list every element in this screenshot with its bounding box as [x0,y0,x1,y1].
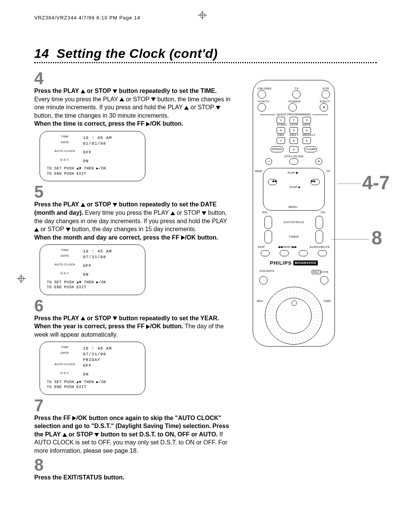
still-button [289,158,298,165]
ch-rocker [315,216,323,229]
up-arrow-icon [119,97,124,101]
vcrtv-button [258,103,266,112]
right-arrow-icon [146,324,150,329]
up-arrow-icon [170,211,175,215]
timer-label: TIMER [272,235,315,238]
callout-line [337,184,361,184]
plus-button: + [315,158,322,165]
down-arrow-icon [66,228,70,232]
exit-status-label: EXIT/STATUS [272,221,315,224]
up-arrow-icon [81,89,85,93]
right-arrow-icon [72,416,76,420]
num-8-button: 8 [290,137,298,144]
step-number-8: 8 [34,457,232,473]
ch-rocker-2 [315,230,323,243]
page-title: 14 Setting the Clock (cont'd) [34,47,377,60]
num-9-button: 9 [303,137,311,144]
up-arrow-icon [184,106,189,110]
callout-line [331,239,369,240]
down-arrow-icon [113,89,117,93]
num-5-button: 5 [290,127,298,134]
dotted-rule [34,62,377,63]
down-arrow-icon [216,106,220,110]
minus-button: – [265,158,272,165]
step-number-6: 6 [34,297,232,314]
rev-label: REV [257,300,263,303]
vol-rocker-2 [264,230,272,243]
down-arrow-icon [113,316,117,320]
num-2-button: 2 [290,117,298,123]
osd-screen-step4: TIME10 : 45 AM DATE01/01/98 AUTO CLOCKOF… [40,131,145,181]
rec-button [320,276,328,284]
step-4-text: Press the PLAY or STOP button repeatedly… [34,87,232,128]
osd-screen-step5: TIME10 : 45 AM DATE07/31/98 AUTO CLOCKOF… [40,244,145,295]
up-arrow-icon [34,228,39,232]
down-arrow-icon [151,97,156,101]
vcr-button [322,90,330,99]
index-fwd-button [299,250,308,256]
num-3-button: 3 [303,117,311,123]
right-arrow-icon [146,122,150,126]
num-0-button: 0 [289,146,298,153]
eject-button: ▲ [320,103,328,112]
num-7-button: 7 [277,137,285,144]
vol-rocker [264,216,272,229]
crop-mark-left [17,274,26,283]
step-6-text: Press the PLAY or STOP button repeatedly… [34,314,232,339]
crop-mark-top [198,11,207,20]
num-6-button: 6 [303,127,311,134]
down-arrow-icon [94,433,99,437]
up-arrow-icon [81,203,85,207]
tv-button [292,90,301,99]
step-7-text: Press the FF /OK button once again to sk… [34,414,232,455]
callout-8: 8 [371,228,382,248]
skip-button [261,250,270,256]
num-1-button: 1 [277,117,285,123]
step-number-7: 7 [34,397,232,414]
still-slow-label: STILL/SLOW [258,155,330,158]
index-back-button [280,250,289,256]
step-number-4: 4 [34,70,232,87]
up-arrow-icon [81,316,85,320]
up-arrow-icon [62,433,67,437]
down-arrow-icon [113,203,117,207]
jog-button [259,276,268,284]
osd-screen-step6: TIME10 : 45 AM DATE07/31/98 FRIDAY AUTO … [40,342,145,395]
cbldbs-button [258,90,266,99]
step-8-text: Press the EXIT/STATUS button. [34,473,232,482]
step-5-text: Press the PLAY or STOP button repeatedly… [34,200,232,241]
fwd-label: FWD [324,300,331,303]
clear-button: CLEAR [304,146,317,152]
callout-4-7: 4-7 [362,173,390,192]
speed-button: SPEED [271,146,284,152]
quick-programming-label: QUICK PROGRAMMING [258,113,330,116]
remote-diagram: CBL/DBS TV VCR VCR/TV POWER EJECT▲ QUICK… [253,80,335,347]
down-arrow-icon [202,211,206,215]
jog-dial [265,287,323,345]
nav-pad: REW FF PLAY ▶ ◀◀ ▶▶ STOP ■ VOL CH MENU [263,168,325,211]
right-arrow-icon [181,235,185,240]
brand-logo: PHILIPSMAGNAVOX [258,259,330,266]
power-button [288,103,297,112]
step-number-5: 5 [34,184,232,200]
num-4-button: 4 [277,127,285,134]
audio-mute-button [318,250,327,256]
